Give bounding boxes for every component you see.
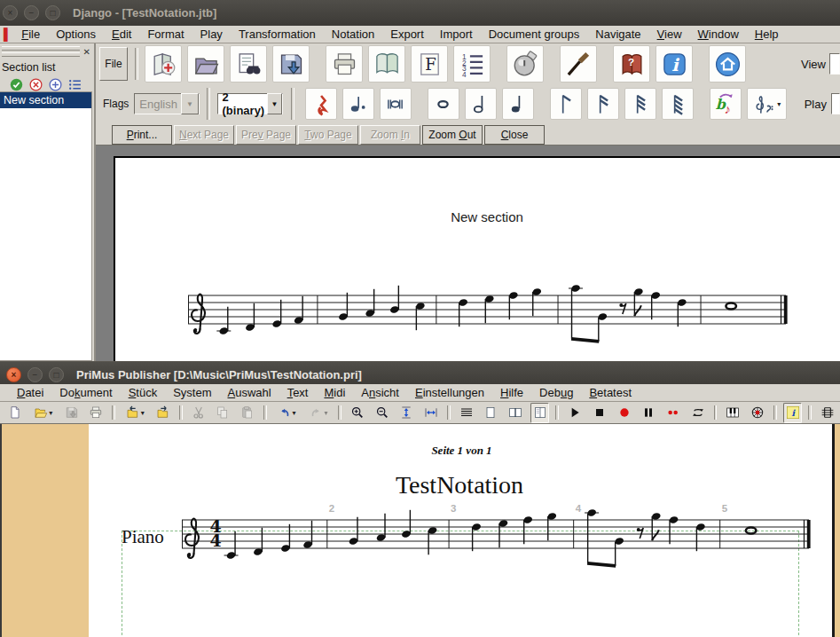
info-button[interactable]: i (656, 45, 693, 83)
menu-item-export[interactable]: Export (382, 26, 432, 43)
spacing-button[interactable] (818, 403, 837, 423)
save-button[interactable] (62, 403, 82, 423)
zoom-out-button[interactable]: Zoom Out (422, 125, 483, 145)
step-dots-button[interactable] (663, 403, 683, 423)
open-folder-button[interactable]: ▾ (30, 403, 57, 423)
whole-note-button[interactable] (428, 88, 459, 120)
play-input[interactable] (831, 93, 840, 114)
menu-item-transformation[interactable]: Transformation (231, 26, 324, 43)
dropdown-arrow-icon[interactable]: ▾ (777, 100, 781, 108)
menu-item-window[interactable]: Window (690, 26, 747, 43)
dotted-note-button[interactable] (342, 88, 374, 120)
menu-item-document-groups[interactable]: Document groups (481, 26, 588, 43)
paste-button[interactable] (238, 403, 257, 423)
close-button[interactable]: Close (484, 125, 545, 145)
flag-division-combo[interactable]: 2 (binary) ▼ (217, 93, 284, 114)
forward-folder-button[interactable] (153, 403, 173, 423)
dropdown-arrow-icon[interactable]: ▼ (267, 93, 282, 114)
zoom-in-button[interactable]: Zoom In (360, 125, 420, 145)
dropdown-arrow-icon[interactable]: ▾ (49, 409, 52, 417)
copy-button[interactable] (214, 403, 233, 423)
help-book-button[interactable]: ? (613, 45, 650, 83)
open-button[interactable] (187, 45, 224, 83)
back-folder-button[interactable]: ▾ (122, 403, 148, 423)
menu-item-navigate[interactable]: Navigate (587, 26, 648, 43)
menu-item-ansicht[interactable]: Ansicht (353, 384, 407, 401)
quarter-rest-button[interactable] (305, 88, 337, 120)
menu-item-help[interactable]: Help (747, 26, 787, 43)
menu-item-notation[interactable]: Notation (324, 26, 382, 43)
close-button[interactable]: × (3, 5, 18, 20)
file-menu-button[interactable]: File (99, 47, 128, 81)
menu-item-einstellungen[interactable]: Einstellungen (407, 384, 492, 401)
maximize-button[interactable]: □ (49, 367, 64, 382)
menu-item-debug[interactable]: Debug (531, 384, 581, 401)
primus-score-canvas[interactable]: 234544 (89, 493, 835, 617)
menu-item-midi[interactable]: Midi (316, 384, 353, 401)
flag-8th-button[interactable] (550, 88, 582, 120)
piano-button[interactable] (723, 403, 742, 423)
section-list[interactable]: New section (0, 91, 92, 361)
fit-height-button[interactable] (396, 403, 416, 423)
menu-item-format[interactable]: Format (139, 26, 192, 43)
minimize-button[interactable]: − (24, 5, 39, 20)
undo-button[interactable]: ▾ (273, 403, 300, 423)
two-page-button[interactable] (506, 403, 525, 423)
staff-lines-button[interactable] (457, 403, 476, 423)
half-page-button[interactable] (530, 403, 550, 423)
close-panel-icon[interactable]: ✕ (83, 47, 90, 57)
dock-grip[interactable] (2, 52, 80, 57)
book-button[interactable] (368, 45, 405, 83)
info-yellow-button[interactable]: i (783, 403, 803, 423)
knob-button[interactable] (506, 45, 544, 83)
menu-item-text[interactable]: Text (279, 384, 317, 401)
dock-grip[interactable] (2, 46, 80, 51)
maximize-button[interactable]: □ (45, 5, 60, 20)
save-button[interactable] (272, 45, 310, 83)
next-page-button[interactable]: Next Page (174, 125, 234, 145)
menu-item-file[interactable]: File (13, 26, 48, 43)
screwdriver-button[interactable] (560, 45, 597, 83)
stop-button[interactable] (590, 403, 609, 423)
menu-item-auswahl[interactable]: Auswahl (219, 384, 279, 401)
print-button[interactable] (87, 403, 106, 423)
search-document-button[interactable] (230, 45, 267, 83)
print--button[interactable]: Print... (112, 125, 172, 145)
new-document-button[interactable] (5, 403, 25, 423)
print-button[interactable] (326, 45, 363, 83)
flag-64th-button[interactable] (662, 88, 694, 120)
dropdown-arrow-icon[interactable]: ▾ (325, 409, 328, 417)
flag-language-combo[interactable]: English ▼ (134, 93, 200, 114)
menu-item-datei[interactable]: Datei (9, 384, 51, 401)
two-page-button[interactable]: Two Page (298, 125, 358, 145)
voice-list-button[interactable]: 1234 (453, 45, 491, 83)
menu-item-import[interactable]: Import (432, 26, 481, 43)
fit-width-button[interactable] (421, 403, 441, 423)
metronome-wheel-button[interactable] (748, 403, 767, 423)
flag-16th-button[interactable] (587, 88, 619, 120)
new-score-button[interactable] (145, 45, 182, 83)
menu-item-edit[interactable]: Edit (104, 26, 139, 43)
play-button[interactable] (565, 403, 585, 423)
clef-select-button[interactable]: ▾ (747, 88, 787, 120)
half-note-button[interactable] (465, 88, 497, 120)
menu-item-betatest[interactable]: Betatest (581, 384, 640, 401)
quarter-note-button[interactable] (502, 88, 534, 120)
redo-button[interactable]: ▾ (305, 403, 332, 423)
zoom-in-button[interactable] (348, 403, 367, 423)
section-list-item[interactable]: New section (0, 92, 91, 108)
single-page-button[interactable] (481, 403, 500, 423)
minimize-button[interactable]: − (27, 367, 43, 382)
dropdown-arrow-icon[interactable]: ▾ (141, 409, 145, 417)
dropdown-arrow-icon[interactable]: ▾ (292, 409, 295, 417)
prev-page-button[interactable]: Prev Page (236, 125, 296, 145)
menu-item-play[interactable]: Play (192, 26, 231, 43)
dropdown-arrow-icon[interactable]: ▼ (181, 93, 199, 114)
menu-item-dokument[interactable]: Dokument (51, 384, 120, 401)
transpose-button[interactable]: b♪ (710, 88, 742, 120)
pause-button[interactable] (639, 403, 658, 423)
menu-item-view[interactable]: View (649, 26, 690, 43)
flag-32nd-button[interactable] (624, 88, 656, 120)
view-input[interactable] (829, 53, 840, 75)
close-button[interactable]: × (6, 367, 21, 382)
